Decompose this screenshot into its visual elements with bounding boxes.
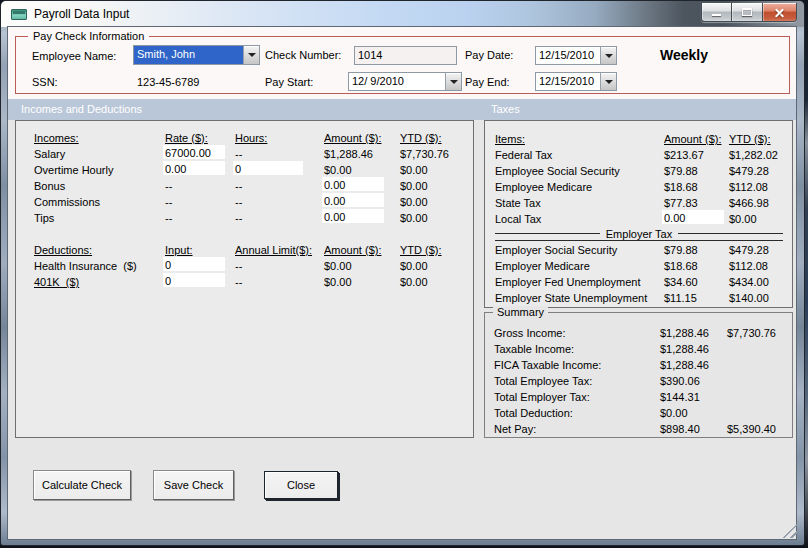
window-title: Payroll Data Input: [34, 7, 129, 21]
pay-end-value: 12/15/2010: [536, 73, 600, 90]
summary-table: Gross Income:$1,288.46$7,730.76Taxable I…: [494, 326, 797, 438]
pay-start-picker[interactable]: 12/ 9/2010: [348, 72, 462, 91]
deduction-input[interactable]: [163, 273, 225, 287]
incomes-header: Amount ($):: [324, 131, 400, 147]
title-bar[interactable]: Payroll Data Input: [1, 1, 804, 27]
minimize-button[interactable]: [702, 3, 732, 21]
incomes-deductions-panel: Incomes:Rate ($):Hours:Amount ($):YTD ($…: [15, 120, 474, 438]
incomes-section-title: Incomes and Deductions: [21, 103, 142, 115]
summary-amount: $898.40: [660, 422, 727, 438]
pay-date-picker[interactable]: 12/15/2010: [535, 46, 617, 65]
chevron-down-icon[interactable]: [243, 46, 259, 64]
payroll-window: Payroll Data Input Pay Check Information…: [0, 0, 805, 546]
income-ytd: $0.00: [400, 163, 460, 179]
employer-tax-ytd: $140.00: [729, 291, 799, 307]
summary-ytd: $5,390.40: [727, 422, 797, 438]
income-rate: --: [165, 211, 235, 227]
summary-ytd: [727, 390, 797, 406]
summary-row-label: Taxable Income:: [494, 342, 660, 358]
summary-ytd: [727, 406, 797, 422]
incomes-header: Incomes:: [34, 131, 165, 147]
pay-start-value: 12/ 9/2010: [349, 73, 445, 90]
income-ytd: $0.00: [400, 179, 460, 195]
chevron-down-icon[interactable]: [600, 47, 616, 64]
income-hours: --: [235, 211, 324, 227]
ssn-value: 123-45-6789: [137, 76, 199, 88]
deductions-header: Deductions:: [34, 243, 165, 259]
maximize-button[interactable]: [732, 3, 763, 21]
income-rate: --: [165, 179, 235, 195]
tax-amount: $213.67: [664, 148, 729, 164]
deduction-row-label: 401K ($): [34, 275, 165, 291]
summary-ytd: [727, 358, 797, 374]
close-button[interactable]: [763, 3, 796, 21]
pay-frequency-label: Weekly: [660, 47, 708, 63]
income-ytd: $0.00: [400, 211, 460, 227]
chevron-down-icon[interactable]: [600, 73, 616, 90]
employer-tax-label: Employer Tax: [600, 228, 678, 240]
tax-ytd: $466.98: [729, 196, 799, 212]
income-ytd: $0.00: [400, 195, 460, 211]
income-amount: [324, 211, 400, 227]
summary-row-label: Gross Income:: [494, 326, 660, 342]
ssn-label: SSN:: [32, 76, 58, 88]
summary-ytd: [727, 342, 797, 358]
employer-tax-row-label: Employer Fed Unemployment: [495, 275, 664, 291]
income-amount[interactable]: [322, 209, 384, 223]
minimize-icon: [712, 14, 721, 16]
employer-tax-amount: $34.60: [664, 275, 729, 291]
summary-row-label: FICA Taxable Income:: [494, 358, 660, 374]
resize-grip[interactable]: [782, 524, 797, 538]
close-dialog-button[interactable]: Close: [264, 471, 338, 499]
taxes-header: Items:: [495, 132, 664, 148]
income-rate[interactable]: [163, 145, 225, 159]
divider-line: [495, 240, 783, 241]
deduction-limit: --: [235, 259, 324, 275]
paycheck-area: Pay Check Information Employee Name: Smi…: [8, 27, 796, 99]
employee-name-combobox[interactable]: Smith, John: [133, 45, 260, 65]
caption-buttons: [701, 3, 797, 22]
incomes-header: YTD ($):: [400, 131, 460, 147]
summary-amount: $1,288.46: [660, 326, 727, 342]
tax-ytd: $0.00: [729, 212, 799, 228]
income-amount[interactable]: [322, 193, 384, 207]
deductions-header: YTD ($):: [400, 243, 460, 259]
income-hours: --: [235, 179, 324, 195]
incomes-table: Incomes:Rate ($):Hours:Amount ($):YTD ($…: [34, 131, 460, 227]
summary-groupbox: Summary Gross Income:$1,288.46$7,730.76T…: [484, 312, 793, 438]
income-hours[interactable]: [233, 161, 303, 175]
chevron-down-icon[interactable]: [445, 73, 461, 90]
income-row-label: Salary: [34, 147, 165, 163]
tax-amount: $79.88: [664, 164, 729, 180]
check-number-label: Check Number:: [265, 49, 341, 61]
pay-start-label: Pay Start:: [265, 76, 313, 88]
employer-tax-ytd: $479.28: [729, 243, 799, 259]
income-rate[interactable]: [163, 161, 225, 175]
summary-amount: $1,288.46: [660, 342, 727, 358]
summary-amount: $0.00: [660, 406, 727, 422]
taxes-header: Amount ($):: [664, 132, 729, 148]
deduction-ytd: $0.00: [400, 275, 460, 291]
deduction-ytd: $0.00: [400, 259, 460, 275]
tax-amount[interactable]: [662, 210, 724, 224]
summary-amount: $144.31: [660, 390, 727, 406]
calculate-check-button[interactable]: Calculate Check: [33, 470, 131, 500]
employer-tax-divider: Employer Tax: [495, 228, 783, 239]
summary-row-label: Total Employee Tax:: [494, 374, 660, 390]
close-icon: [773, 7, 786, 18]
income-ytd: $7,730.76: [400, 147, 460, 163]
deduction-limit: --: [235, 275, 324, 291]
income-amount[interactable]: [322, 177, 384, 191]
deduction-input[interactable]: [163, 257, 225, 271]
tax-row-label: Employee Medicare: [495, 180, 664, 196]
tax-amount: [664, 212, 729, 228]
employer-tax-ytd: $434.00: [729, 275, 799, 291]
check-number-input[interactable]: 1014: [354, 46, 457, 65]
deductions-header: Annual Limit($):: [235, 243, 324, 259]
tax-ytd: $479.28: [729, 164, 799, 180]
summary-legend: Summary: [493, 306, 548, 318]
employer-tax-amount: $11.15: [664, 291, 729, 307]
pay-end-picker[interactable]: 12/15/2010: [535, 72, 617, 91]
save-check-button[interactable]: Save Check: [153, 470, 234, 500]
pay-date-value: 12/15/2010: [536, 47, 600, 64]
